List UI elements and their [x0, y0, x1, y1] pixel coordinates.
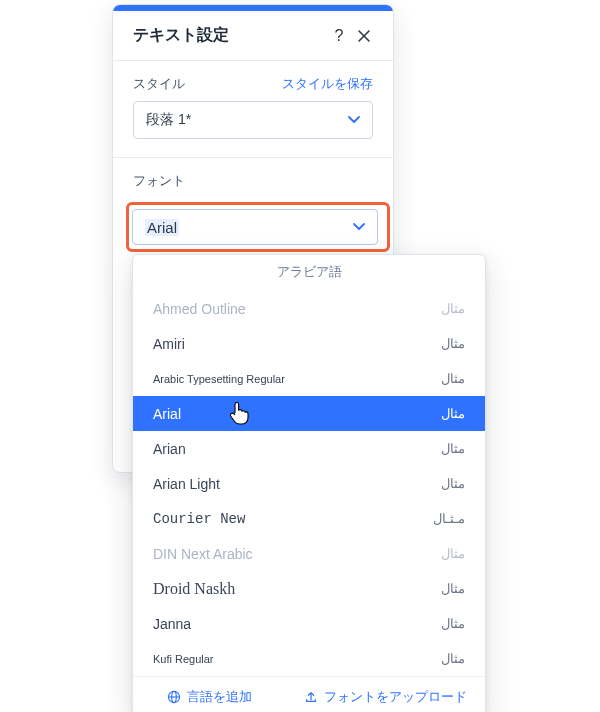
font-option[interactable]: Arialمثال: [133, 396, 485, 431]
upload-icon: [304, 690, 318, 704]
dropdown-footer: 言語を追加 フォントをアップロード: [133, 676, 485, 712]
font-option-sample: مثال: [441, 301, 465, 316]
style-select-value: 段落 1*: [146, 111, 191, 129]
font-list: Ahmed OutlineمثالAmiriمثالArabic Typeset…: [133, 291, 485, 676]
font-option-sample: مثال: [441, 581, 465, 596]
font-option-name: Janna: [153, 616, 191, 632]
chevron-down-icon: [348, 116, 360, 124]
style-select[interactable]: 段落 1*: [133, 101, 373, 139]
font-option-name: Arian: [153, 441, 186, 457]
font-option[interactable]: DIN Next Arabicمثال: [133, 536, 485, 571]
font-option-name: Ahmed Outline: [153, 301, 246, 317]
panel-title: テキスト設定: [133, 25, 329, 46]
font-option[interactable]: Courier Newمـثـال: [133, 501, 485, 536]
font-option[interactable]: Jannaمثال: [133, 606, 485, 641]
chevron-down-icon: [353, 223, 365, 231]
font-option-name: Courier New: [153, 511, 245, 527]
style-section: スタイル スタイルを保存 段落 1*: [113, 61, 393, 139]
close-icon[interactable]: [357, 29, 377, 43]
font-dropdown: アラビア語 Ahmed OutlineمثالAmiriمثالArabic T…: [132, 254, 486, 712]
font-option-name: DIN Next Arabic: [153, 546, 253, 562]
font-option-sample: مثال: [441, 476, 465, 491]
font-option[interactable]: Arabic Typesetting Regularمثال: [133, 361, 485, 396]
font-option-sample: مثال: [441, 441, 465, 456]
add-language-button[interactable]: 言語を追加: [133, 677, 286, 712]
upload-font-label: フォントをアップロード: [324, 688, 467, 706]
font-option-sample: مثال: [441, 336, 465, 351]
font-option-sample: مثال: [441, 406, 465, 421]
save-style-link[interactable]: スタイルを保存: [282, 75, 373, 93]
font-option[interactable]: Arianمثال: [133, 431, 485, 466]
font-group-label: アラビア語: [133, 255, 485, 291]
font-option[interactable]: Arian Lightمثال: [133, 466, 485, 501]
font-option-name: Arian Light: [153, 476, 220, 492]
font-option-sample: مثال: [441, 371, 465, 386]
font-select[interactable]: Arial: [132, 209, 378, 245]
font-option[interactable]: Droid Naskhمثال: [133, 571, 485, 606]
font-option-name: Kufi Regular: [153, 653, 214, 665]
panel-header: テキスト設定 ?: [113, 11, 393, 60]
font-option[interactable]: Ahmed Outlineمثال: [133, 291, 485, 326]
add-language-label: 言語を追加: [187, 688, 252, 706]
font-option-sample: مثال: [441, 651, 465, 666]
font-option-sample: مـثـال: [433, 511, 465, 526]
font-option-name: Arial: [153, 406, 181, 422]
font-select-value: Arial: [145, 219, 179, 236]
font-label: フォント: [133, 172, 373, 190]
style-label: スタイル: [133, 75, 282, 93]
font-option-name: Droid Naskh: [153, 580, 235, 598]
font-option-sample: مثال: [441, 546, 465, 561]
font-option-sample: مثال: [441, 616, 465, 631]
font-option-name: Arabic Typesetting Regular: [153, 373, 285, 385]
upload-font-button[interactable]: フォントをアップロード: [286, 677, 485, 712]
font-option[interactable]: Kufi Regularمثال: [133, 641, 485, 676]
font-option[interactable]: Amiriمثال: [133, 326, 485, 361]
font-option-name: Amiri: [153, 336, 185, 352]
help-icon[interactable]: ?: [329, 27, 349, 45]
globe-icon: [167, 690, 181, 704]
